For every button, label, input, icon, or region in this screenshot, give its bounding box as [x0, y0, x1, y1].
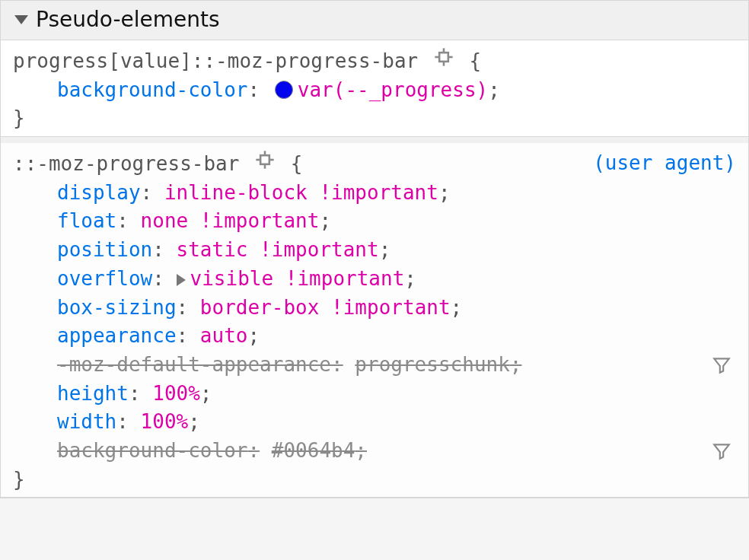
css-value: #0064b4	[272, 439, 355, 462]
css-important: !important	[273, 267, 404, 290]
css-property: position	[57, 238, 152, 261]
css-value: border-box	[200, 296, 320, 319]
colon: :	[152, 267, 164, 290]
semicolon: ;	[200, 382, 212, 405]
semicolon: ;	[188, 410, 200, 433]
color-swatch[interactable]	[275, 81, 293, 99]
selector-highlighter-icon[interactable]	[251, 149, 279, 170]
styles-panel: Pseudo-elements progress[value]::-moz-pr…	[0, 0, 749, 498]
rule-selector-line[interactable]: progress[value]::-moz-progress-bar {	[13, 46, 736, 76]
colon: :	[116, 410, 129, 433]
css-property: display	[57, 181, 141, 204]
selector-highlighter-icon[interactable]	[430, 46, 457, 68]
filter-icon[interactable]	[712, 441, 731, 461]
css-property: box-sizing	[57, 296, 177, 319]
css-declaration[interactable]: box-sizing: border-box !important;	[13, 294, 736, 323]
selector-text: ::-moz-progress-bar	[192, 49, 418, 72]
css-declaration[interactable]: background-color: var(--_progress);	[13, 76, 736, 105]
user-agent-badge: (user agent)	[593, 149, 736, 178]
css-declaration[interactable]: background-color: #0064b4;	[13, 437, 736, 466]
brace-close: }	[13, 466, 736, 495]
css-important: !important	[247, 238, 378, 261]
css-value: 100%	[141, 410, 189, 433]
brace-open: {	[291, 152, 303, 175]
semicolon: ;	[247, 324, 260, 347]
section-title: Pseudo-elements	[36, 7, 220, 32]
selector-text: progress[value]	[13, 49, 192, 72]
css-rule: ::-moz-progress-bar { (user agent) displ…	[1, 143, 748, 498]
css-value: none	[141, 209, 189, 232]
brace-close: }	[13, 104, 736, 133]
semicolon: ;	[510, 353, 522, 376]
colon: :	[116, 209, 129, 232]
semicolon: ;	[488, 78, 500, 101]
css-property: width	[57, 410, 116, 433]
css-property: -moz-default-appearance	[57, 353, 331, 376]
svg-rect-0	[439, 52, 448, 62]
colon: :	[141, 181, 153, 204]
css-property: float	[57, 209, 116, 232]
css-important: !important	[188, 209, 319, 232]
css-property: background-color	[57, 439, 247, 462]
colon: :	[331, 353, 343, 376]
css-declaration[interactable]: overflow: visible !important;	[13, 265, 736, 294]
css-value: static	[177, 238, 248, 261]
svg-rect-5	[260, 155, 269, 164]
css-declaration[interactable]: appearance: auto;	[13, 322, 736, 351]
css-declaration[interactable]: width: 100%;	[13, 408, 736, 437]
css-value: var(--_progress)	[298, 78, 488, 101]
css-property: background-color	[57, 78, 247, 101]
brace-open: {	[470, 49, 482, 72]
css-value: visible	[190, 267, 274, 290]
css-value: progresschunk	[355, 353, 510, 376]
semicolon: ;	[319, 209, 331, 232]
css-rule: progress[value]::-moz-progress-bar { bac…	[1, 40, 748, 137]
expand-icon[interactable]	[177, 274, 186, 286]
css-declaration[interactable]: position: static !important;	[13, 236, 736, 265]
semicolon: ;	[355, 439, 367, 462]
css-value: inline-block	[164, 181, 308, 204]
colon: :	[177, 296, 189, 319]
css-declaration[interactable]: float: none !important;	[13, 207, 736, 236]
css-declaration[interactable]: -moz-default-appearance: progresschunk;	[13, 351, 736, 380]
semicolon: ;	[438, 181, 451, 204]
css-important: !important	[319, 296, 450, 319]
colon: :	[177, 324, 189, 347]
filter-icon[interactable]	[712, 355, 731, 375]
colon: :	[247, 439, 260, 462]
css-important: !important	[308, 181, 438, 204]
css-property: overflow	[57, 267, 152, 290]
chevron-down-icon	[14, 15, 28, 24]
semicolon: ;	[451, 296, 463, 319]
section-header[interactable]: Pseudo-elements	[1, 1, 748, 40]
css-declaration[interactable]: display: inline-block !important;	[13, 179, 736, 208]
rule-selector-line[interactable]: ::-moz-progress-bar { (user agent)	[13, 149, 736, 179]
css-property: height	[57, 382, 129, 405]
colon: :	[152, 238, 164, 261]
semicolon: ;	[404, 267, 416, 290]
css-value: auto	[200, 324, 248, 347]
css-value: 100%	[152, 382, 200, 405]
colon: :	[247, 78, 260, 101]
selector-text: ::-moz-progress-bar	[13, 152, 239, 175]
colon: :	[129, 382, 141, 405]
css-property: appearance	[57, 324, 177, 347]
css-declaration[interactable]: height: 100%;	[13, 380, 736, 409]
semicolon: ;	[379, 238, 391, 261]
